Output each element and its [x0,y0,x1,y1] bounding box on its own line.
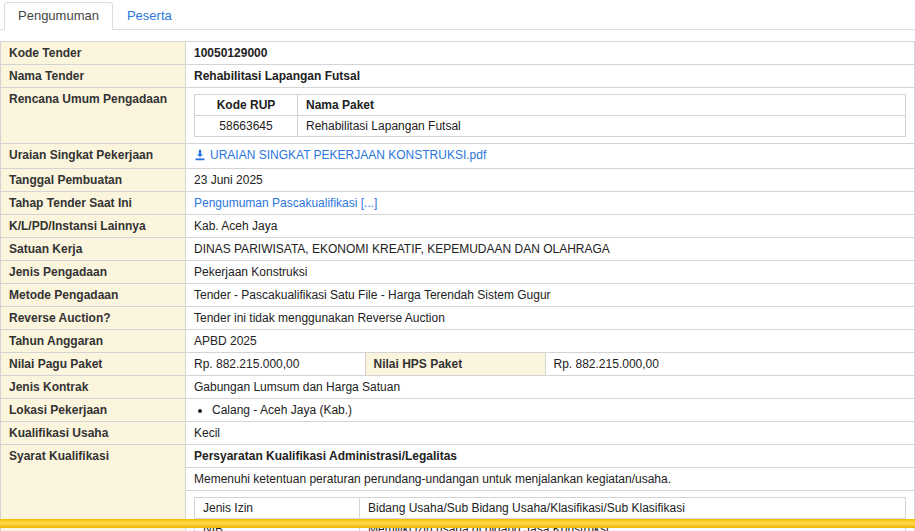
table-row: Satuan Kerja DINAS PARIWISATA, EKONOMI K… [1,238,915,261]
tanggal-value: 23 Juni 2025 [186,169,915,192]
table-row: Kualifikasi Usaha Kecil [1,422,915,445]
kode-tender-value: 10050129000 [186,42,915,65]
satuan-kerja-label: Satuan Kerja [1,238,186,261]
uraian-label: Uraian Singkat Pekerjaan [1,144,186,169]
nama-tender-label: Nama Tender [1,65,186,88]
rup-label: Rencana Umum Pengadaan [1,88,186,144]
table-row: Jenis Pengadaan Pekerjaan Konstruksi [1,261,915,284]
izin-header-bidang: Bidang Usaha/Sub Bidang Usaha/Klasifikas… [360,498,906,519]
jenis-kontrak-value: Gabungan Lumsum dan Harga Satuan [186,376,915,399]
syarat-intro: Memenuhi ketentuan peraturan perundang-u… [186,468,915,491]
table-row: Syarat Kualifikasi Persyaratan Kualifika… [1,445,915,468]
tahap-tender-link[interactable]: Pengumuman Pascakualifikasi [...] [194,196,377,210]
tender-detail-table: Kode Tender 10050129000 Nama Tender Reha… [0,41,915,531]
metode-label: Metode Pengadaan [1,284,186,307]
tahun-anggaran-label: Tahun Anggaran [1,330,186,353]
rup-header-kode: Kode RUP [195,95,298,116]
jenis-pengadaan-label: Jenis Pengadaan [1,261,186,284]
lokasi-list: Calang - Aceh Jaya (Kab.) [194,403,906,417]
izin-header-jenis: Jenis Izin [195,498,360,519]
rup-kode-value: 58663645 [195,116,298,137]
uraian-value-cell: URAIAN SINGKAT PEKERJAAN KONSTRUKSI.pdf [186,144,915,169]
uraian-pdf-link[interactable]: URAIAN SINGKAT PEKERJAAN KONSTRUKSI.pdf [194,148,486,162]
table-row: Rencana Umum Pengadaan Kode RUP Nama Pak… [1,88,915,144]
lokasi-label: Lokasi Pekerjaan [1,399,186,422]
table-row: Rp. 882.215.000,00 Nilai HPS Paket Rp. 8… [186,353,914,375]
metode-value: Tender - Pascakualifikasi Satu File - Ha… [186,284,915,307]
table-row: Kode RUP Nama Paket [195,95,906,116]
nilai-pagu-label: Nilai Pagu Paket [1,353,186,376]
table-row: Uraian Singkat Pekerjaan URAIAN SINGKAT … [1,144,915,169]
download-icon [194,149,206,161]
rup-value-cell: Kode RUP Nama Paket 58663645 Rehabilitas… [186,88,915,144]
reverse-auction-value: Tender ini tidak menggunakan Reverse Auc… [186,307,915,330]
table-row: Tahap Tender Saat Ini Pengumuman Pascaku… [1,192,915,215]
table-row: Kode Tender 10050129000 [1,42,915,65]
kualifikasi-usaha-label: Kualifikasi Usaha [1,422,186,445]
table-row: Tahun Anggaran APBD 2025 [1,330,915,353]
nilai-cell: Rp. 882.215.000,00 Nilai HPS Paket Rp. 8… [186,353,915,376]
tahap-label: Tahap Tender Saat Ini [1,192,186,215]
table-row: Nama Tender Rehabilitasi Lapangan Futsal [1,65,915,88]
rup-header-nama: Nama Paket [298,95,906,116]
table-row: Jenis Izin Bidang Usaha/Sub Bidang Usaha… [195,498,906,519]
tab-pengumuman[interactable]: Pengumuman [4,2,113,30]
tab-bar: Pengumuman Peserta [0,0,915,30]
tanggal-label: Tanggal Pembuatan [1,169,186,192]
table-row: Lokasi Pekerjaan Calang - Aceh Jaya (Kab… [1,399,915,422]
nama-tender-value: Rehabilitasi Lapangan Futsal [186,65,915,88]
table-row: Reverse Auction? Tender ini tidak menggu… [1,307,915,330]
kualifikasi-usaha-value: Kecil [186,422,915,445]
reverse-auction-label: Reverse Auction? [1,307,186,330]
instansi-label: K/L/PD/Instansi Lainnya [1,215,186,238]
table-row: 58663645 Rehabilitasi Lapangan Futsal [195,116,906,137]
nilai-hps-value: Rp. 882.215.000,00 [545,353,914,375]
rup-table: Kode RUP Nama Paket 58663645 Rehabilitas… [194,94,906,137]
lokasi-value-cell: Calang - Aceh Jaya (Kab.) [186,399,915,422]
lokasi-item: Calang - Aceh Jaya (Kab.) [212,403,906,417]
uraian-pdf-link-text: URAIAN SINGKAT PEKERJAAN KONSTRUKSI.pdf [210,148,486,162]
nilai-inner-table: Rp. 882.215.000,00 Nilai HPS Paket Rp. 8… [186,353,914,375]
jenis-pengadaan-value: Pekerjaan Konstruksi [186,261,915,284]
rup-nama-value: Rehabilitasi Lapangan Futsal [298,116,906,137]
table-row: Nilai Pagu Paket Rp. 882.215.000,00 Nila… [1,353,915,376]
tender-detail-page: Pengumuman Peserta Kode Tender 100501290… [0,0,915,531]
table-row: Tanggal Pembuatan 23 Juni 2025 [1,169,915,192]
tahap-value-cell: Pengumuman Pascakualifikasi [...] [186,192,915,215]
nilai-hps-label: Nilai HPS Paket [365,353,545,375]
nilai-pagu-value: Rp. 882.215.000,00 [186,353,365,375]
table-row: Metode Pengadaan Tender - Pascakualifika… [1,284,915,307]
tab-peserta[interactable]: Peserta [113,2,186,30]
table-row: Jenis Kontrak Gabungan Lumsum dan Harga … [1,376,915,399]
table-row: K/L/PD/Instansi Lainnya Kab. Aceh Jaya [1,215,915,238]
kode-tender-label: Kode Tender [1,42,186,65]
instansi-value: Kab. Aceh Jaya [186,215,915,238]
bottom-accent-bar [0,519,915,528]
tahun-anggaran-value: APBD 2025 [186,330,915,353]
satuan-kerja-value: DINAS PARIWISATA, EKONOMI KREATIF, KEPEM… [186,238,915,261]
jenis-kontrak-label: Jenis Kontrak [1,376,186,399]
syarat-heading: Persyaratan Kualifikasi Administrasi/Leg… [186,445,915,468]
